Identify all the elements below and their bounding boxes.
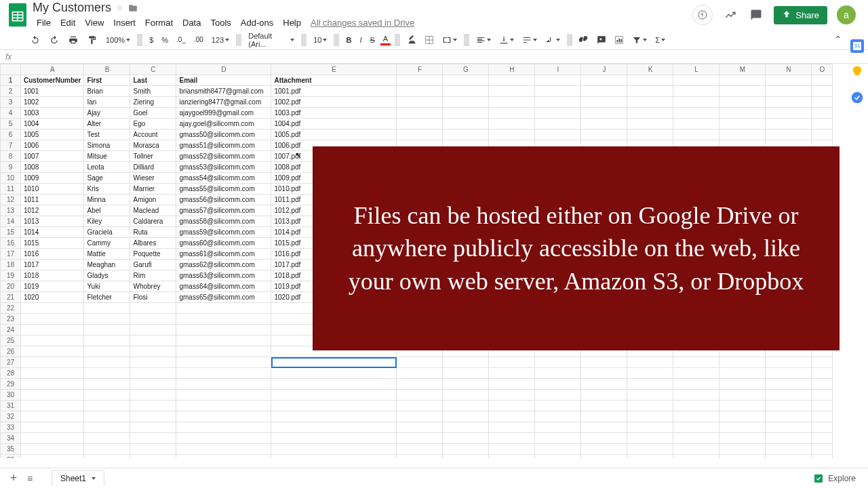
- decrease-decimal-icon[interactable]: .0_: [174, 35, 189, 45]
- cell-J28[interactable]: [581, 368, 627, 379]
- cell-A36[interactable]: [21, 455, 84, 459]
- cell-B24[interactable]: [84, 325, 130, 336]
- cell-K34[interactable]: [627, 433, 673, 444]
- font-select[interactable]: Default (Ari...: [245, 30, 297, 49]
- cell-I35[interactable]: [535, 444, 581, 455]
- cell-J1[interactable]: [581, 75, 627, 86]
- cell-I34[interactable]: [535, 433, 581, 444]
- row-header-34[interactable]: 34: [1, 433, 21, 444]
- row-header-13[interactable]: 13: [1, 205, 21, 216]
- cell-A5[interactable]: 1004: [21, 119, 84, 129]
- cell-D15[interactable]: gmass59@silicomm.com: [176, 227, 271, 238]
- cell-D24[interactable]: [176, 325, 271, 336]
- cell-H28[interactable]: [489, 368, 535, 379]
- cell-I28[interactable]: [535, 368, 581, 379]
- cell-F1[interactable]: [397, 75, 443, 86]
- cell-A13[interactable]: 1012: [21, 205, 84, 216]
- cell-A10[interactable]: 1009: [21, 173, 84, 184]
- cell-B4[interactable]: Ajay: [84, 108, 130, 119]
- cell-A30[interactable]: [21, 390, 84, 401]
- row-header-3[interactable]: 3: [1, 97, 21, 108]
- cell-K28[interactable]: [627, 368, 673, 379]
- row-header-5[interactable]: 5: [1, 119, 21, 129]
- col-header-K[interactable]: K: [627, 64, 673, 75]
- cell-H4[interactable]: [489, 108, 535, 119]
- percent-icon[interactable]: %: [159, 35, 171, 45]
- currency-icon[interactable]: $: [146, 35, 156, 45]
- cell-L29[interactable]: [673, 379, 719, 390]
- cell-I32[interactable]: [535, 411, 581, 422]
- cell-H29[interactable]: [489, 379, 535, 390]
- cell-I29[interactable]: [535, 379, 581, 390]
- cell-H2[interactable]: [489, 86, 535, 97]
- cell-K6[interactable]: [627, 129, 673, 140]
- cell-A20[interactable]: 1019: [21, 281, 84, 292]
- row-header-20[interactable]: 20: [1, 281, 21, 292]
- cell-C7[interactable]: Morasca: [130, 140, 176, 151]
- cell-A26[interactable]: [21, 346, 84, 357]
- cell-G27[interactable]: [443, 357, 489, 368]
- cell-L1[interactable]: [673, 75, 719, 86]
- row-header-29[interactable]: 29: [1, 379, 21, 390]
- cell-L35[interactable]: [673, 444, 719, 455]
- valign-icon[interactable]: [496, 34, 517, 46]
- cell-H6[interactable]: [489, 129, 535, 140]
- cell-N4[interactable]: [766, 108, 812, 119]
- cell-N5[interactable]: [766, 119, 812, 129]
- cell-L6[interactable]: [673, 129, 719, 140]
- cell-C30[interactable]: [130, 390, 176, 401]
- cell-O33[interactable]: [812, 422, 833, 433]
- cell-C15[interactable]: Ruta: [130, 227, 176, 238]
- cell-C25[interactable]: [130, 336, 176, 346]
- cell-B36[interactable]: [84, 455, 130, 459]
- cell-C10[interactable]: Wieser: [130, 173, 176, 184]
- strike-icon[interactable]: S: [367, 35, 377, 45]
- cell-N31[interactable]: [766, 401, 812, 411]
- col-header-M[interactable]: M: [719, 64, 766, 75]
- cell-K4[interactable]: [627, 108, 673, 119]
- cell-F36[interactable]: [397, 455, 443, 459]
- cell-I30[interactable]: [535, 390, 581, 401]
- cell-D4[interactable]: ajaygoel999@gmail.com: [176, 108, 271, 119]
- menu-help[interactable]: Help: [279, 16, 305, 29]
- cell-I36[interactable]: [535, 455, 581, 459]
- cell-K35[interactable]: [627, 444, 673, 455]
- row-header-12[interactable]: 12: [1, 195, 21, 205]
- cell-A29[interactable]: [21, 379, 84, 390]
- cell-E35[interactable]: [271, 444, 397, 455]
- cell-G36[interactable]: [443, 455, 489, 459]
- cell-B19[interactable]: Gladys: [84, 270, 130, 281]
- cell-B10[interactable]: Sage: [84, 173, 130, 184]
- cell-B3[interactable]: Ian: [84, 97, 130, 108]
- row-header-26[interactable]: 26: [1, 346, 21, 357]
- cell-G1[interactable]: [443, 75, 489, 86]
- sheet-tab[interactable]: Sheet1: [52, 470, 104, 486]
- cell-G33[interactable]: [443, 422, 489, 433]
- cell-D18[interactable]: gmass62@silicomm.com: [176, 260, 271, 270]
- cell-M28[interactable]: [719, 368, 766, 379]
- cell-B11[interactable]: Kris: [84, 184, 130, 195]
- cell-K33[interactable]: [627, 422, 673, 433]
- cell-C36[interactable]: [130, 455, 176, 459]
- move-icon[interactable]: [128, 3, 138, 13]
- cell-M27[interactable]: [719, 357, 766, 368]
- cell-C12[interactable]: Amigon: [130, 195, 176, 205]
- cell-H33[interactable]: [489, 422, 535, 433]
- cell-L2[interactable]: [673, 86, 719, 97]
- cell-D34[interactable]: [176, 433, 271, 444]
- cell-D32[interactable]: [176, 411, 271, 422]
- cell-D25[interactable]: [176, 336, 271, 346]
- cell-B2[interactable]: Brian: [84, 86, 130, 97]
- cell-O29[interactable]: [812, 379, 833, 390]
- cell-D16[interactable]: gmass60@silicomm.com: [176, 238, 271, 249]
- row-header-10[interactable]: 10: [1, 173, 21, 184]
- cell-A21[interactable]: 1020: [21, 292, 84, 303]
- cell-J5[interactable]: [581, 119, 627, 129]
- cell-J3[interactable]: [581, 97, 627, 108]
- menu-edit[interactable]: Edit: [56, 16, 79, 29]
- cell-D13[interactable]: gmass57@silicomm.com: [176, 205, 271, 216]
- cell-O28[interactable]: [812, 368, 833, 379]
- cell-A17[interactable]: 1016: [21, 249, 84, 260]
- col-header-N[interactable]: N: [766, 64, 812, 75]
- cell-F31[interactable]: [397, 401, 443, 411]
